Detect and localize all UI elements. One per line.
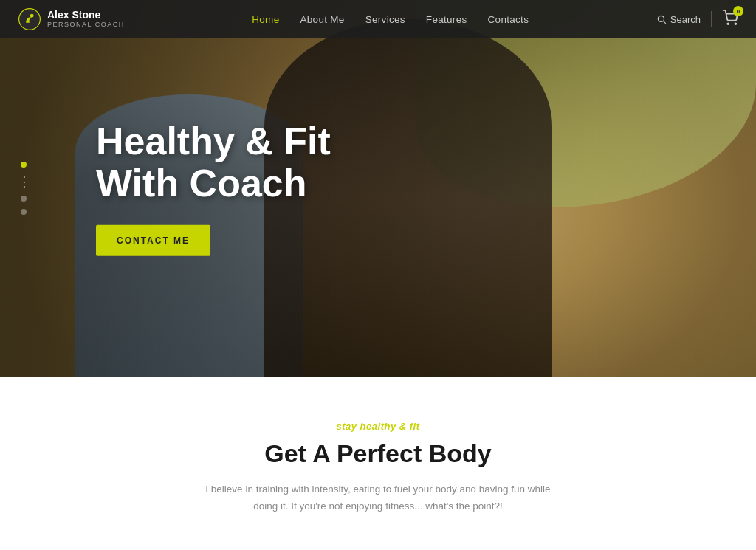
svg-point-4 <box>727 23 729 24</box>
hero-section: ⋮ Healthy & Fit With Coach Contact Me <box>0 0 756 377</box>
search-area[interactable]: Search <box>656 14 701 25</box>
logo-subtitle: Personal Coach <box>47 21 125 29</box>
slide-dot-2[interactable] <box>21 196 27 202</box>
contact-button[interactable]: Contact Me <box>96 225 210 256</box>
slide-indicators: ⋮ <box>18 162 30 215</box>
nav-services[interactable]: Services <box>365 14 405 25</box>
hero-title-line2: With Coach <box>96 162 307 204</box>
svg-line-3 <box>663 21 665 24</box>
hero-title: Healthy & Fit With Coach <box>96 120 331 204</box>
nav-about[interactable]: About Me <box>300 14 344 25</box>
logo-text: Alex Stone Personal Coach <box>47 10 125 28</box>
logo-icon <box>18 7 41 31</box>
nav-divider <box>711 11 712 27</box>
logo-name: Alex Stone <box>47 10 125 21</box>
nav-features[interactable]: Features <box>426 14 467 25</box>
info-section: stay healthy & fit Get A Perfect Body I … <box>0 377 756 550</box>
svg-point-1 <box>30 14 34 18</box>
section-description: I believe in training with intensity, ea… <box>193 481 563 515</box>
section-subtitle: stay healthy & fit <box>15 421 741 432</box>
nav-contacts[interactable]: Contacts <box>488 14 529 25</box>
header-right: Search 0 <box>656 10 738 29</box>
slide-dot-3[interactable] <box>21 209 27 215</box>
svg-point-5 <box>735 23 736 24</box>
cart-button[interactable]: 0 <box>722 10 738 29</box>
search-icon <box>656 14 667 24</box>
nav-home[interactable]: Home <box>252 14 279 25</box>
main-nav: Home About Me Services Features Contacts <box>252 14 529 25</box>
slide-dot-1[interactable] <box>21 162 27 168</box>
cart-badge: 0 <box>733 6 743 16</box>
svg-point-2 <box>658 16 664 21</box>
header: Alex Stone Personal Coach Home About Me … <box>0 0 756 38</box>
section-title: Get A Perfect Body <box>15 439 741 468</box>
slide-line: ⋮ <box>18 175 30 188</box>
hero-content: Healthy & Fit With Coach Contact Me <box>96 120 331 256</box>
hero-title-line1: Healthy & Fit <box>96 120 331 162</box>
logo[interactable]: Alex Stone Personal Coach <box>18 7 125 31</box>
search-label: Search <box>670 14 701 25</box>
